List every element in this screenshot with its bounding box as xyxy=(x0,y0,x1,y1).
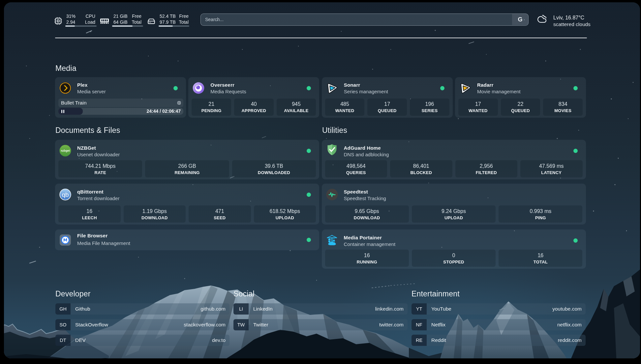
svg-text:nzbget: nzbget xyxy=(61,149,70,152)
svg-text:qb: qb xyxy=(62,191,69,198)
